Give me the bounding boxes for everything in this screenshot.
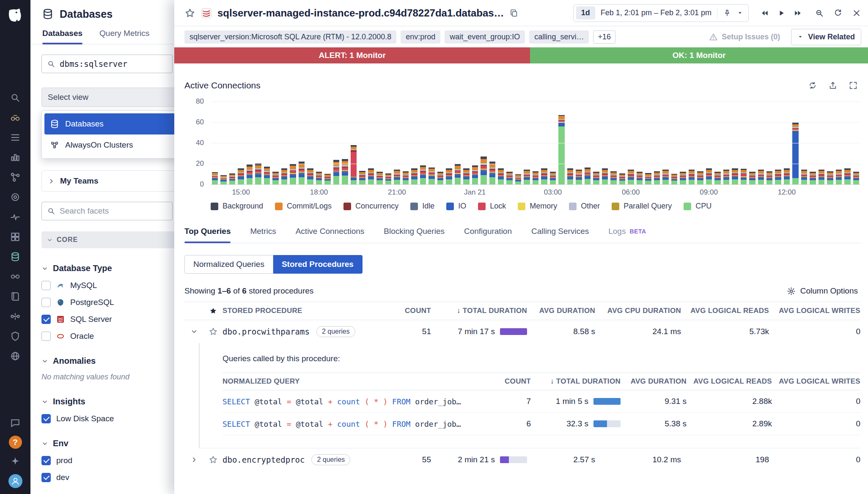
time-range-picker[interactable]: 1d Feb 1, 2:01 pm – Feb 2, 3:01 pm bbox=[573, 4, 749, 22]
apm-icon[interactable] bbox=[10, 172, 21, 183]
search-input[interactable]: dbms:sqlserver bbox=[41, 55, 173, 73]
facet-item-dev[interactable]: dev bbox=[41, 473, 179, 482]
sub-column-header-total-duration[interactable]: ↓TOTAL DURATION bbox=[531, 377, 621, 386]
view-option-databases[interactable]: Databases bbox=[44, 113, 176, 134]
tab-configuration[interactable]: Configuration bbox=[464, 227, 512, 243]
tag-pill[interactable]: calling_servi… bbox=[529, 30, 589, 44]
play-icon[interactable] bbox=[777, 9, 786, 17]
column-options-button[interactable]: Column Options bbox=[787, 286, 858, 296]
ci-pipelines-icon[interactable] bbox=[10, 311, 21, 322]
caret-down-icon[interactable] bbox=[737, 10, 743, 16]
collapse-row-button[interactable] bbox=[184, 328, 204, 335]
legend-item-lock[interactable]: Lock bbox=[478, 202, 506, 211]
fullscreen-icon[interactable] bbox=[849, 81, 858, 90]
whats-new-icon[interactable] bbox=[10, 456, 21, 467]
column-header-total-duration[interactable]: ↓TOTAL DURATION bbox=[431, 307, 527, 315]
sub-column-header-avg-logical-writes[interactable]: AVG LOGICAL WRITES bbox=[772, 377, 860, 386]
table-row-dbo-encryptedproc[interactable]: dbo.encryptedproc2 queries552 min 21 s2.… bbox=[184, 448, 860, 471]
fast-forward-icon[interactable] bbox=[794, 9, 802, 17]
stored-procedures-button[interactable]: Stored Procedures bbox=[273, 255, 363, 274]
sub-column-header-normalized-query[interactable]: NORMALIZED QUERY bbox=[222, 377, 484, 386]
tab-metrics[interactable]: Metrics bbox=[250, 227, 276, 243]
column-header-avg-logical-reads[interactable]: AVG LOGICAL READS bbox=[681, 307, 769, 315]
my-teams-toggle[interactable]: My Teams bbox=[41, 170, 179, 192]
panel-tab-query-metrics[interactable]: Query Metrics bbox=[99, 29, 149, 44]
facet-header-env[interactable]: Env bbox=[41, 439, 179, 448]
support-chat-icon[interactable] bbox=[10, 417, 21, 428]
called-query-row[interactable]: SELECT @total = @total + count ( * ) FRO… bbox=[222, 390, 860, 413]
help-icon[interactable]: ? bbox=[9, 436, 22, 449]
integrations-icon[interactable] bbox=[10, 231, 21, 242]
core-group-toggle[interactable]: CORE bbox=[41, 231, 179, 248]
legend-item-background[interactable]: Background bbox=[211, 202, 263, 211]
security-icon[interactable] bbox=[10, 331, 21, 342]
refresh-icon[interactable] bbox=[833, 8, 843, 18]
tab-calling-services[interactable]: Calling Services bbox=[531, 227, 589, 243]
copy-button[interactable] bbox=[509, 8, 519, 18]
pin-icon[interactable] bbox=[723, 9, 731, 17]
checkbox-dev[interactable] bbox=[41, 473, 51, 482]
favorite-star-button[interactable] bbox=[184, 8, 195, 19]
legend-item-parallel_query[interactable]: Parallel Query bbox=[612, 202, 672, 211]
facet-item-mysql[interactable]: MySQL bbox=[41, 281, 179, 290]
tab-active-connections[interactable]: Active Connections bbox=[296, 227, 365, 243]
sub-column-header-count[interactable]: COUNT bbox=[484, 377, 531, 386]
user-avatar[interactable] bbox=[8, 474, 22, 488]
tag-pill[interactable]: env:prod bbox=[401, 30, 440, 44]
metrics-icon[interactable] bbox=[10, 152, 21, 163]
legend-item-io[interactable]: IO bbox=[446, 202, 466, 211]
checkbox-prod[interactable] bbox=[41, 456, 51, 465]
facet-header-anomalies[interactable]: Anomalies bbox=[41, 356, 179, 366]
checkbox-low-disk-space[interactable] bbox=[41, 414, 51, 423]
tab-logs[interactable]: LogsBETA bbox=[608, 227, 646, 243]
logs-icon[interactable] bbox=[10, 291, 21, 302]
legend-item-other[interactable]: Other bbox=[569, 202, 600, 211]
tag-pill[interactable]: sqlserver_version:Microsoft SQL Azure (R… bbox=[184, 30, 396, 44]
facet-header-insights[interactable]: Insights bbox=[41, 397, 179, 406]
facet-item-low-disk-space[interactable]: Low Disk Space bbox=[41, 414, 179, 423]
monitors-icon[interactable] bbox=[10, 192, 21, 203]
rewind-icon[interactable] bbox=[761, 9, 769, 17]
service-map-icon[interactable] bbox=[10, 271, 21, 282]
sync-zoom-icon[interactable] bbox=[808, 81, 817, 90]
legend-item-idle[interactable]: Idle bbox=[410, 202, 434, 211]
facet-search-input[interactable]: Search facets bbox=[41, 202, 173, 220]
synthetics-icon[interactable] bbox=[10, 211, 21, 222]
legend-item-memory[interactable]: Memory bbox=[518, 202, 557, 211]
column-header-avg-logical-writes[interactable]: AVG LOGICAL WRITES bbox=[769, 307, 860, 315]
checkbox-sql-server[interactable] bbox=[41, 315, 51, 324]
expand-row-button[interactable] bbox=[184, 456, 204, 464]
export-icon[interactable] bbox=[828, 81, 838, 90]
legend-item-concurrency[interactable]: Concurrency bbox=[343, 202, 398, 211]
select-view-dropdown[interactable]: Select view bbox=[41, 88, 179, 107]
facet-item-postgresql[interactable]: PostgreSQL bbox=[41, 298, 179, 307]
time-preset-chip[interactable]: 1d bbox=[576, 6, 595, 19]
zoom-out-icon[interactable] bbox=[815, 8, 824, 18]
view-option-alwayson-clusters[interactable]: AlwaysOn Clusters bbox=[44, 134, 176, 156]
panel-tab-databases[interactable]: Databases bbox=[42, 29, 82, 44]
chart-plot-area[interactable] bbox=[211, 102, 860, 185]
facet-item-sql-server[interactable]: SQL Server bbox=[41, 315, 179, 324]
tag-pill[interactable]: wait_event_group:IO bbox=[445, 30, 525, 44]
view-related-button[interactable]: View Related bbox=[791, 29, 861, 45]
facet-item-prod[interactable]: prod bbox=[41, 456, 179, 465]
checkbox-postgresql[interactable] bbox=[41, 298, 51, 307]
sub-column-header-avg-duration[interactable]: AVG DURATION bbox=[621, 377, 687, 386]
dashboards-icon[interactable] bbox=[10, 132, 21, 143]
star-column-header[interactable] bbox=[204, 307, 222, 315]
facet-header-database-type[interactable]: Database Type bbox=[41, 263, 179, 273]
column-header-count[interactable]: COUNT bbox=[380, 307, 431, 315]
databases-icon[interactable] bbox=[10, 251, 21, 262]
rum-icon[interactable] bbox=[10, 351, 21, 362]
datadog-logo-icon[interactable] bbox=[5, 6, 25, 25]
column-header-stored-procedure[interactable]: STORED PROCEDURE bbox=[222, 307, 380, 315]
close-icon[interactable] bbox=[852, 8, 861, 18]
legend-item-commit_logs[interactable]: Commit/Logs bbox=[275, 202, 332, 211]
called-query-row[interactable]: SELECT @total = @total + count ( * ) FRO… bbox=[222, 413, 860, 435]
setup-issues-button[interactable]: Setup Issues (0) bbox=[709, 33, 780, 41]
tab-blocking-queries[interactable]: Blocking Queries bbox=[384, 227, 445, 243]
checkbox-oracle[interactable] bbox=[41, 332, 51, 341]
column-header-avg-duration[interactable]: AVG DURATION bbox=[527, 307, 595, 315]
table-row-dbo-procwithparams[interactable]: dbo.procwithparams2 queries517 min 17 s8… bbox=[184, 320, 860, 343]
checkbox-mysql[interactable] bbox=[41, 281, 51, 290]
